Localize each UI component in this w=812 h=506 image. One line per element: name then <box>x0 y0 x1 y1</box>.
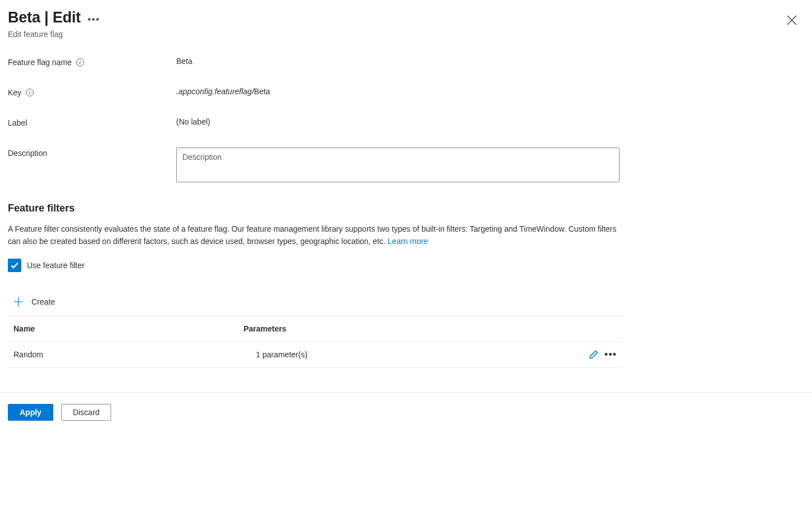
learn-more-link[interactable]: Learn more <box>388 237 428 246</box>
label-description: Description <box>8 148 176 158</box>
feature-filters-description: A Feature filter consistently evaluates … <box>8 223 625 247</box>
feature-filters-heading: Feature filters <box>8 203 804 214</box>
description-input[interactable] <box>176 148 620 182</box>
more-icon[interactable]: ••• <box>604 349 617 360</box>
label-key: Key i <box>8 87 176 97</box>
page-header: Beta | Edit ••• <box>8 9 804 26</box>
table-row: Random 1 parameter(s) ••• <box>8 342 622 368</box>
label-label: Label <box>8 117 176 127</box>
key-name: Beta <box>254 87 270 96</box>
use-feature-filter-row: Use feature filter <box>8 259 804 272</box>
row-label: Label (No label) <box>8 117 804 127</box>
use-feature-filter-label: Use feature filter <box>27 261 85 270</box>
filters-table: Create Name Parameters Random 1 paramete… <box>8 291 622 368</box>
col-header-parameters: Parameters <box>244 324 572 333</box>
row-description: Description <box>8 148 804 182</box>
create-filter-button[interactable]: Create <box>8 291 622 316</box>
table-header: Name Parameters <box>8 316 622 342</box>
edit-feature-flag-page: Beta | Edit ••• Edit feature flag Featur… <box>0 0 812 432</box>
filter-parameters: 1 parameter(s) <box>244 350 572 359</box>
label-text: Label <box>8 118 27 127</box>
info-icon[interactable]: i <box>76 58 84 66</box>
page-title: Beta | Edit <box>8 9 81 26</box>
col-header-name: Name <box>13 324 244 333</box>
page-subtitle: Edit feature flag <box>8 30 804 39</box>
label-text: Feature flag name <box>8 58 72 67</box>
plus-icon <box>13 297 24 307</box>
label-text: Key <box>8 88 21 97</box>
label-text: Description <box>8 149 47 158</box>
create-label: Create <box>31 297 55 306</box>
key-prefix: .appconfig.featureflag/ <box>176 87 254 96</box>
value-label: (No label) <box>176 117 210 126</box>
filters-desc-text: A Feature filter consistently evaluates … <box>8 224 617 246</box>
filter-name: Random <box>13 350 244 359</box>
footer: Apply Discard <box>0 392 812 432</box>
value-feature-flag-name: Beta <box>176 57 192 66</box>
row-key: Key i .appconfig.featureflag/Beta <box>8 87 804 97</box>
more-icon[interactable]: ••• <box>88 11 100 25</box>
value-key: .appconfig.featureflag/Beta <box>176 87 270 96</box>
info-icon[interactable]: i <box>26 89 34 96</box>
apply-button[interactable]: Apply <box>8 404 53 421</box>
label-feature-flag-name: Feature flag name i <box>8 57 176 67</box>
pencil-icon[interactable] <box>589 349 599 360</box>
close-icon[interactable] <box>785 13 799 27</box>
row-feature-flag-name: Feature flag name i Beta <box>8 57 804 67</box>
use-feature-filter-checkbox[interactable] <box>8 259 21 272</box>
discard-button[interactable]: Discard <box>61 404 111 421</box>
